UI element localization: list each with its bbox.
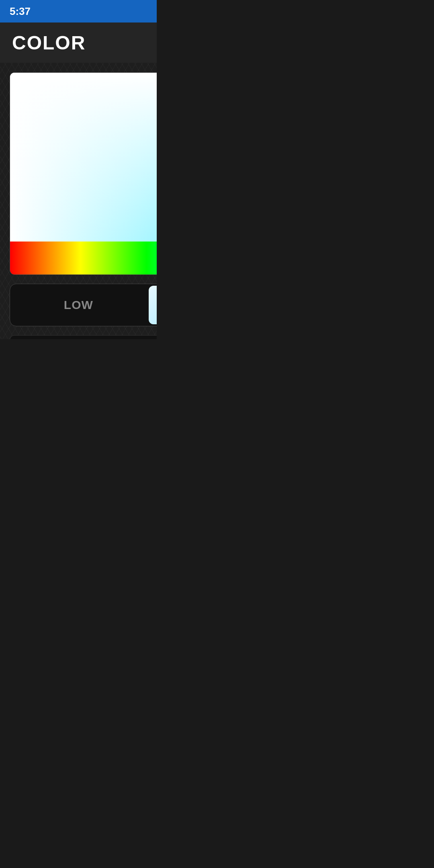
app-header: COLOR CONNECT ✱: [0, 23, 157, 63]
status-bar: 5:37 ⟳ 🖼 👆 ▲ 📶 🔋: [0, 0, 157, 23]
hue-bar[interactable]: [10, 242, 157, 274]
saved-colors-panel: ADD SAVED COLORS REMOVE: [10, 335, 157, 339]
brightness-tabs: LOW STANDARD HIGH: [10, 284, 157, 326]
page-title: COLOR: [12, 32, 86, 54]
status-time: 5:37: [10, 5, 31, 18]
color-picker-container: [10, 72, 157, 275]
tab-low[interactable]: LOW: [10, 284, 147, 326]
main-area: LOW STANDARD HIGH ADD SAVED COLORS REMOV…: [0, 63, 157, 339]
tab-standard[interactable]: STANDARD: [149, 286, 157, 324]
color-gradient-area[interactable]: [10, 73, 157, 242]
